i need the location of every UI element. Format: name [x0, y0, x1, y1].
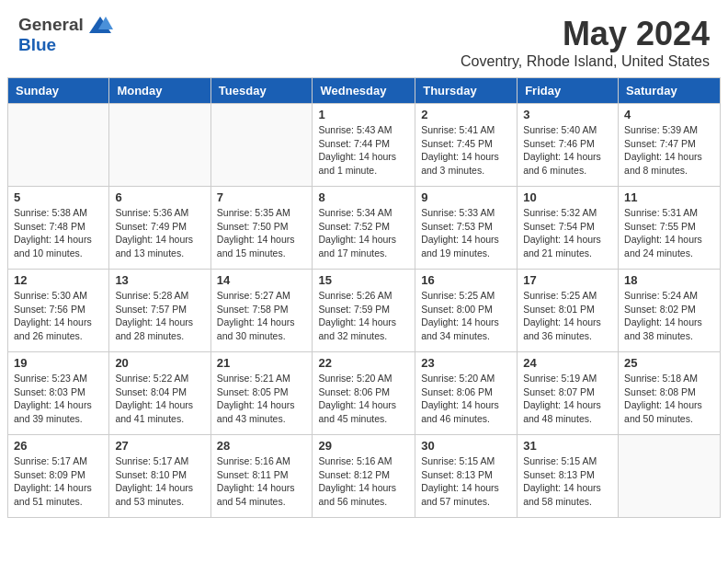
- day-info-line: Sunset: 8:10 PM: [115, 469, 187, 480]
- day-info-line: Sunset: 8:12 PM: [318, 469, 390, 480]
- day-info: Sunrise: 5:21 AMSunset: 8:05 PMDaylight:…: [217, 372, 307, 426]
- title-section: May 2024 Coventry, Rhode Island, United …: [461, 15, 710, 70]
- day-info-line: Sunset: 7:44 PM: [318, 138, 390, 149]
- day-info-line: Sunset: 7:58 PM: [217, 304, 289, 315]
- day-info: Sunrise: 5:25 AMSunset: 8:01 PMDaylight:…: [523, 289, 612, 343]
- day-info-line: and 43 minutes.: [217, 413, 286, 424]
- day-info-line: Sunset: 7:53 PM: [421, 221, 493, 232]
- day-info-line: Daylight: 14 hours: [318, 151, 396, 162]
- day-number: 27: [115, 439, 204, 453]
- day-info-line: Daylight: 14 hours: [318, 482, 396, 493]
- day-info-line: and 45 minutes.: [318, 413, 387, 424]
- calendar-row-1: 5Sunrise: 5:38 AMSunset: 7:48 PMDaylight…: [8, 187, 721, 270]
- day-info-line: Sunset: 7:49 PM: [115, 221, 187, 232]
- day-info-line: and 28 minutes.: [115, 330, 184, 341]
- day-info-line: Sunrise: 5:16 AM: [217, 455, 290, 466]
- day-info: Sunrise: 5:26 AMSunset: 7:59 PMDaylight:…: [318, 289, 409, 343]
- day-info-line: and 19 minutes.: [421, 247, 490, 259]
- day-info-line: Sunrise: 5:20 AM: [421, 373, 495, 384]
- day-info-line: Daylight: 14 hours: [523, 482, 601, 493]
- day-info-line: Sunrise: 5:43 AM: [318, 124, 392, 135]
- day-number: 6: [115, 190, 204, 204]
- day-info-line: Sunset: 8:08 PM: [624, 386, 696, 397]
- day-info-line: and 10 minutes.: [14, 247, 83, 259]
- day-info-line: Sunrise: 5:39 AM: [624, 124, 698, 135]
- day-info-line: and 32 minutes.: [318, 330, 387, 341]
- calendar-cell: 1Sunrise: 5:43 AMSunset: 7:44 PMDaylight…: [313, 104, 415, 187]
- logo-text-blue: Blue: [18, 35, 56, 54]
- day-info-line: Sunrise: 5:17 AM: [14, 455, 87, 466]
- calendar-cell: 15Sunrise: 5:26 AMSunset: 7:59 PMDayligh…: [313, 270, 415, 352]
- day-info-line: Daylight: 14 hours: [421, 399, 499, 410]
- calendar-cell: 17Sunrise: 5:25 AMSunset: 8:01 PMDayligh…: [518, 270, 619, 352]
- calendar-cell: [210, 104, 313, 187]
- logo-text-general: General: [18, 15, 84, 35]
- day-info: Sunrise: 5:17 AMSunset: 8:09 PMDaylight:…: [14, 454, 103, 509]
- calendar-cell: 27Sunrise: 5:17 AMSunset: 8:10 PMDayligh…: [109, 435, 210, 518]
- day-info-line: Daylight: 14 hours: [115, 316, 193, 327]
- day-number: 20: [115, 356, 204, 370]
- day-info: Sunrise: 5:32 AMSunset: 7:54 PMDaylight:…: [523, 206, 612, 260]
- calendar-cell: 14Sunrise: 5:27 AMSunset: 7:58 PMDayligh…: [210, 270, 313, 352]
- day-info-line: and 15 minutes.: [217, 247, 286, 259]
- day-info-line: and 38 minutes.: [624, 330, 693, 341]
- calendar-cell: 16Sunrise: 5:25 AMSunset: 8:00 PMDayligh…: [415, 270, 518, 352]
- calendar-row-2: 12Sunrise: 5:30 AMSunset: 7:56 PMDayligh…: [8, 270, 721, 352]
- day-info: Sunrise: 5:40 AMSunset: 7:46 PMDaylight:…: [523, 123, 612, 178]
- day-number: 24: [523, 356, 612, 370]
- day-info-line: Sunset: 8:04 PM: [115, 386, 187, 397]
- day-info-line: and 6 minutes.: [523, 165, 586, 176]
- day-info-line: Daylight: 14 hours: [217, 399, 295, 410]
- day-info-line: Sunset: 8:13 PM: [523, 469, 595, 480]
- day-info-line: Sunrise: 5:25 AM: [421, 290, 495, 301]
- calendar-cell: 31Sunrise: 5:15 AMSunset: 8:13 PMDayligh…: [518, 435, 619, 518]
- day-info: Sunrise: 5:39 AMSunset: 7:47 PMDaylight:…: [624, 123, 714, 178]
- col-thursday: Thursday: [415, 78, 518, 104]
- day-info: Sunrise: 5:15 AMSunset: 8:13 PMDaylight:…: [523, 454, 612, 509]
- col-wednesday: Wednesday: [313, 78, 415, 104]
- day-info-line: and 3 minutes.: [421, 165, 484, 176]
- day-info-line: and 50 minutes.: [624, 413, 693, 424]
- day-info: Sunrise: 5:31 AMSunset: 7:55 PMDaylight:…: [624, 206, 714, 260]
- day-number: 4: [624, 108, 714, 121]
- day-info: Sunrise: 5:15 AMSunset: 8:13 PMDaylight:…: [421, 454, 511, 509]
- calendar-cell: [619, 435, 721, 518]
- day-info-line: Sunrise: 5:27 AM: [217, 290, 290, 301]
- day-info-line: Sunrise: 5:20 AM: [318, 373, 392, 384]
- day-number: 25: [624, 356, 714, 370]
- day-info-line: Sunrise: 5:15 AM: [421, 455, 495, 466]
- month-title: May 2024: [461, 15, 710, 53]
- day-info-line: Daylight: 14 hours: [217, 234, 295, 245]
- day-info-line: Sunset: 7:56 PM: [14, 304, 85, 315]
- day-info-line: Daylight: 14 hours: [421, 234, 499, 245]
- day-info-line: Daylight: 14 hours: [14, 316, 92, 327]
- day-number: 9: [421, 190, 511, 204]
- day-info-line: Sunset: 8:02 PM: [624, 304, 696, 315]
- day-info-line: Sunset: 7:57 PM: [115, 304, 187, 315]
- day-info-line: Daylight: 14 hours: [523, 151, 601, 162]
- calendar-cell: 9Sunrise: 5:33 AMSunset: 7:53 PMDaylight…: [415, 187, 518, 270]
- day-info-line: Sunset: 8:03 PM: [14, 386, 85, 397]
- day-info: Sunrise: 5:24 AMSunset: 8:02 PMDaylight:…: [624, 289, 714, 343]
- day-info-line: Daylight: 14 hours: [624, 399, 702, 410]
- day-number: 19: [14, 356, 103, 370]
- day-info-line: Daylight: 14 hours: [421, 151, 499, 162]
- day-info-line: Sunrise: 5:41 AM: [421, 124, 495, 135]
- day-info-line: Sunset: 7:54 PM: [523, 221, 595, 232]
- day-info: Sunrise: 5:33 AMSunset: 7:53 PMDaylight:…: [421, 206, 511, 260]
- calendar-cell: [109, 104, 210, 187]
- day-info: Sunrise: 5:43 AMSunset: 7:44 PMDaylight:…: [318, 123, 409, 178]
- day-info-line: Daylight: 14 hours: [14, 399, 92, 410]
- calendar-cell: 18Sunrise: 5:24 AMSunset: 8:02 PMDayligh…: [619, 270, 721, 352]
- day-info-line: and 24 minutes.: [624, 247, 693, 259]
- day-info-line: Sunset: 7:46 PM: [523, 138, 595, 149]
- header: General Blue May 2024 Coventry, Rhode Is…: [0, 0, 728, 77]
- calendar-cell: 23Sunrise: 5:20 AMSunset: 8:06 PMDayligh…: [415, 352, 518, 435]
- day-info-line: Sunset: 8:06 PM: [421, 386, 493, 397]
- day-info-line: and 54 minutes.: [217, 496, 286, 507]
- day-info-line: and 17 minutes.: [318, 247, 387, 259]
- calendar-cell: 12Sunrise: 5:30 AMSunset: 7:56 PMDayligh…: [8, 270, 109, 352]
- day-number: 23: [421, 356, 511, 370]
- day-info: Sunrise: 5:41 AMSunset: 7:45 PMDaylight:…: [421, 123, 511, 178]
- day-info-line: Sunrise: 5:36 AM: [115, 207, 188, 218]
